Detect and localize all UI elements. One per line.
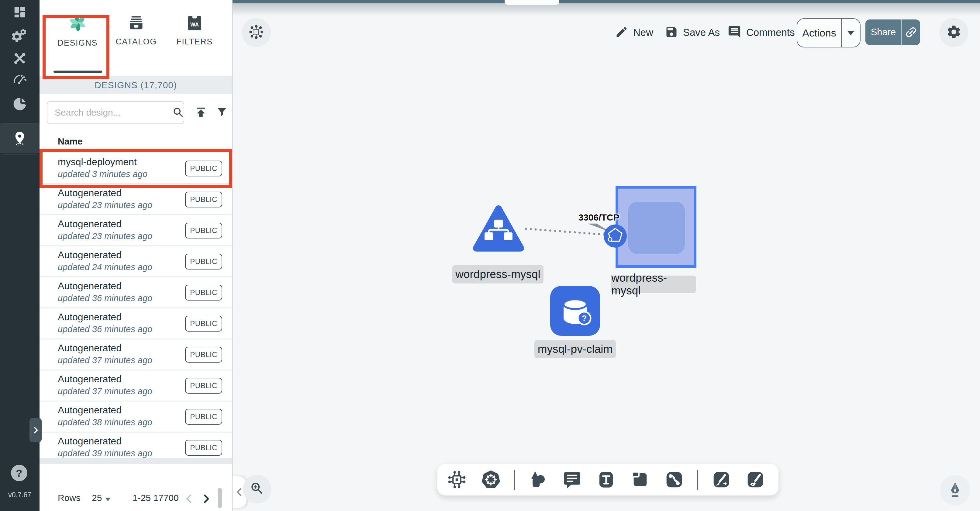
gear-icon	[946, 24, 962, 41]
section-icon[interactable]	[629, 469, 651, 490]
design-signature-button[interactable]	[940, 475, 970, 506]
freehand-draw-icon[interactable]	[745, 469, 766, 490]
visibility-badge: PUBLIC	[185, 285, 222, 300]
pencil-icon	[615, 25, 628, 40]
edge-layer	[232, 0, 980, 511]
design-list-item[interactable]: Autogenerated updated 36 minutes ago PUB…	[40, 278, 232, 308]
design-name: Autogenerated	[58, 374, 122, 385]
sidebar-item-performance[interactable]	[0, 67, 40, 92]
design-list-item[interactable]: Autogenerated updated 23 minutes ago PUB…	[40, 184, 232, 216]
actions-caret-button[interactable]	[842, 19, 860, 47]
unknown-badge: ?	[582, 314, 587, 323]
design-list-item[interactable]: Autogenerated updated 39 minutes ago PUB…	[40, 433, 232, 458]
import-design-button[interactable]	[194, 105, 208, 120]
design-list-item[interactable]: Autogenerated updated 37 minutes ago PUB…	[40, 339, 232, 370]
funnel-icon	[215, 105, 229, 119]
sidebar-divider	[2, 154, 37, 155]
next-page-button[interactable]	[199, 492, 213, 506]
help-button[interactable]: ?	[11, 465, 27, 481]
visibility-badge: PUBLIC	[185, 161, 222, 176]
sidebar-item-configuration[interactable]	[0, 46, 40, 70]
tab-filters[interactable]: WA FILTERS	[164, 12, 225, 70]
chevron-right-icon	[32, 426, 40, 434]
design-updated: updated 24 minutes ago	[58, 262, 152, 272]
rows-per-page-label: Rows	[58, 493, 81, 503]
dock-divider	[697, 469, 698, 490]
design-updated: updated 37 minutes ago	[58, 355, 152, 365]
copy-link-button[interactable]	[902, 19, 920, 45]
tab-catalog[interactable]: CATALOG	[106, 12, 167, 70]
comment-icon	[727, 25, 741, 40]
mesh-icon	[248, 24, 264, 41]
sidebar-item-dashboard[interactable]	[0, 0, 40, 24]
connection-icon[interactable]	[663, 469, 685, 490]
design-canvas[interactable]: New Save As Comments Actions Share	[232, 0, 980, 511]
save-as-button[interactable]: Save As	[665, 25, 720, 40]
design-list-item[interactable]: Autogenerated updated 23 minutes ago PUB…	[40, 216, 232, 246]
caret-down-icon	[105, 498, 111, 501]
actions-button[interactable]: Actions	[797, 18, 861, 48]
design-list-item[interactable]: Autogenerated updated 24 minutes ago PUB…	[40, 246, 232, 278]
visibility-badge: PUBLIC	[185, 347, 222, 362]
design-updated: updated 23 minutes ago	[58, 231, 152, 241]
canvas-settings-button[interactable]	[939, 18, 969, 47]
design-name: Autogenerated	[58, 436, 122, 447]
design-list-item[interactable]: mysql-deployment updated 3 minutes ago P…	[40, 153, 232, 184]
share-button-label: Share	[865, 19, 901, 45]
design-updated: updated 3 minutes ago	[58, 169, 148, 179]
rows-per-page-select[interactable]: 25	[92, 493, 102, 503]
tab-filters-label: FILTERS	[176, 37, 213, 46]
design-list-item[interactable]: Autogenerated updated 38 minutes ago PUB…	[40, 401, 232, 433]
node-label: mysql-pv-claim	[535, 340, 616, 358]
tab-catalog-label: CATALOG	[116, 37, 157, 46]
designs-logo-icon	[67, 12, 88, 34]
zoom-in-button[interactable]	[243, 475, 272, 503]
node-deployment-rect-selected[interactable]	[616, 186, 697, 268]
node-persistent-volume-claim[interactable]: ?	[550, 286, 600, 337]
caret-down-icon	[847, 31, 854, 35]
kubernetes-icon[interactable]	[480, 469, 502, 490]
design-updated: updated 36 minutes ago	[58, 293, 152, 303]
previous-page-button[interactable]	[182, 492, 196, 506]
component-scan-icon[interactable]	[446, 469, 468, 490]
sidebar-item-extensions[interactable]	[0, 92, 40, 116]
text-tool-icon[interactable]	[595, 469, 617, 490]
new-button[interactable]: New	[615, 25, 653, 40]
design-name: Autogenerated	[58, 311, 122, 323]
dock-divider	[514, 469, 515, 490]
top-dock-handle[interactable]	[504, 0, 559, 5]
filter-list-button[interactable]	[215, 105, 229, 120]
sidebar-item-kanvas[interactable]	[0, 126, 40, 150]
zoom-in-icon	[250, 481, 265, 497]
pen-arrow-icon[interactable]	[710, 469, 732, 490]
designs-drawer: DESIGNS CATALOG WA	[40, 0, 232, 511]
mesh-overview-button[interactable]	[242, 18, 271, 47]
search-input[interactable]	[48, 107, 172, 118]
design-list-item[interactable]: Autogenerated updated 37 minutes ago PUB…	[40, 370, 232, 401]
sidebar-item-lifecycle[interactable]	[0, 24, 40, 48]
node-label: wordpress-mysql	[452, 265, 544, 283]
visibility-badge: PUBLIC	[185, 440, 222, 456]
comments-button[interactable]: Comments	[727, 25, 795, 40]
rows-per-page-caret[interactable]	[105, 497, 111, 503]
notes-icon[interactable]	[561, 469, 583, 490]
comments-button-label: Comments	[746, 27, 795, 38]
sidebar-expand-handle[interactable]	[30, 418, 41, 442]
visibility-badge: PUBLIC	[185, 316, 222, 332]
tab-designs[interactable]: DESIGNS	[47, 12, 108, 70]
visibility-badge: PUBLIC	[185, 409, 222, 425]
pod-inner-rect	[628, 202, 685, 254]
design-name: Autogenerated	[58, 342, 122, 354]
node-service-triangle[interactable]	[472, 203, 525, 258]
design-updated: updated 39 minutes ago	[58, 448, 152, 458]
wa-text: WA	[190, 22, 199, 28]
design-name: Autogenerated	[58, 187, 122, 199]
share-button[interactable]: Share	[865, 19, 920, 45]
design-list-item[interactable]: Autogenerated updated 36 minutes ago PUB…	[40, 308, 232, 339]
service-triangle-icon	[472, 203, 525, 257]
edge-endpoint-badge[interactable]	[603, 224, 627, 249]
list-scrollbar-thumb[interactable]	[218, 488, 222, 508]
list-header: Name	[58, 136, 83, 147]
shapes-icon[interactable]	[527, 469, 549, 490]
design-updated: updated 23 minutes ago	[58, 200, 152, 210]
